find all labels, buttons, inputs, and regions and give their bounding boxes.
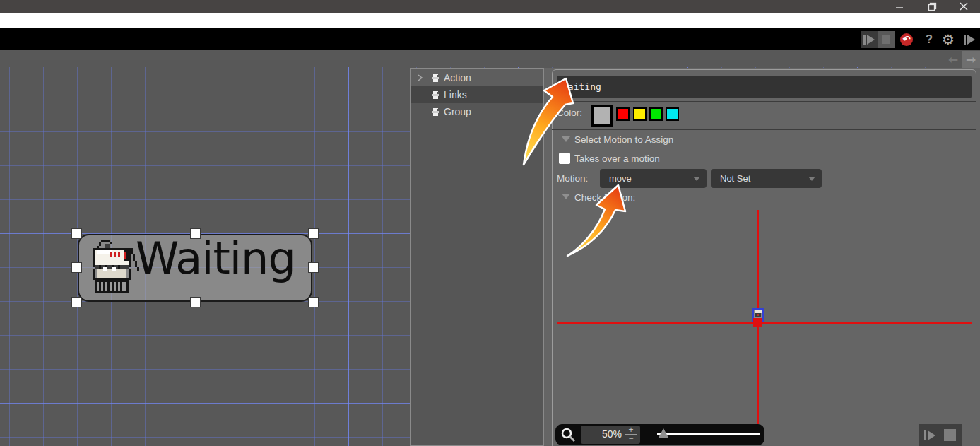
preview-origin-marker	[753, 318, 762, 327]
zoom-value: 50%	[602, 428, 622, 440]
settings-button[interactable]: ⚙	[940, 31, 957, 48]
node-icon	[432, 107, 441, 117]
tree-item-group[interactable]: Group	[411, 103, 543, 120]
color-swatch-yellow[interactable]	[633, 107, 647, 121]
restore-button[interactable]	[924, 1, 940, 11]
step-triangle-icon	[967, 35, 975, 45]
help-icon: ?	[926, 33, 933, 47]
motion-label: Motion:	[557, 173, 588, 184]
minimize-button[interactable]	[892, 1, 907, 11]
collapse-triangle-icon[interactable]	[562, 136, 570, 142]
node-label: Waiting	[136, 233, 295, 284]
tree-item-label: Group	[444, 106, 471, 117]
selection-handle-n[interactable]	[190, 228, 201, 239]
canvas-top-margin	[0, 50, 980, 67]
zoom-slider-track[interactable]	[657, 433, 760, 435]
app-window: ↶ ? ⚙ ⬅ ➡	[0, 0, 980, 446]
play-triangle-icon	[867, 35, 875, 45]
check-motion-header: Check Motion:	[574, 192, 635, 203]
color-swatch-green[interactable]	[649, 107, 663, 121]
selection-handle-s[interactable]	[190, 297, 201, 307]
preview-play-bar-icon[interactable]	[924, 430, 926, 440]
play-button[interactable]	[861, 31, 878, 48]
zoom-value-field[interactable]: 50% + −	[581, 426, 640, 444]
color-label: Color:	[557, 107, 582, 118]
color-swatch-cyan[interactable]	[666, 107, 679, 121]
crosshair-horizontal-line	[557, 322, 972, 324]
preview-play-icon[interactable]	[928, 430, 935, 440]
target-dropdown[interactable]: Not Set	[711, 169, 822, 188]
selection-handle-e[interactable]	[308, 262, 319, 273]
motion-dropdown[interactable]: move	[600, 169, 707, 188]
color-swatch-red[interactable]	[616, 107, 630, 121]
preview-playback-bar	[919, 424, 962, 446]
node-icon	[432, 74, 441, 83]
nav-back-button[interactable]: ⬅	[945, 52, 962, 69]
title-bar	[0, 0, 980, 13]
target-dropdown-value: Not Set	[720, 173, 750, 184]
step-forward-button[interactable]	[961, 31, 978, 48]
separator	[552, 129, 976, 130]
color-swatch-gray-selected[interactable]	[591, 105, 613, 127]
selection-handle-se[interactable]	[308, 297, 319, 307]
tree-item-action[interactable]: Action	[411, 69, 543, 86]
select-motion-header: Select Motion to Assign	[574, 134, 673, 145]
tree-item-links[interactable]: Links	[411, 86, 543, 103]
magnifier-icon	[561, 428, 577, 442]
collapse-triangle-icon[interactable]	[562, 194, 570, 199]
node-icon	[432, 90, 441, 100]
tree-panel: Action Links Group	[410, 68, 544, 446]
state-name-input[interactable]: Waiting	[557, 76, 972, 98]
step-bar-icon	[964, 35, 966, 45]
restore-icon	[928, 2, 937, 11]
selection-handle-sw[interactable]	[71, 297, 82, 307]
stop-icon	[882, 35, 890, 44]
inspector-panel: Waiting Color: Select Motion to Assign T…	[544, 68, 980, 446]
zoom-control: 50% + −	[555, 424, 764, 445]
nav-forward-button[interactable]: ➡	[962, 51, 980, 69]
chevron-down-icon	[808, 177, 815, 181]
chevron-right-icon	[417, 74, 423, 81]
preview-stop-icon[interactable]	[944, 429, 956, 441]
takes-over-checkbox[interactable]	[559, 153, 570, 164]
tree-item-label: Links	[444, 89, 467, 100]
node-sprite	[86, 240, 141, 295]
back-arrow-icon: ⬅	[948, 53, 958, 66]
close-button[interactable]	[956, 1, 972, 11]
main-toolbar: ↶ ? ⚙	[0, 28, 980, 50]
chevron-down-icon	[693, 177, 700, 181]
selection-handle-w[interactable]	[71, 262, 82, 273]
close-icon	[960, 2, 968, 11]
play-step-icon	[863, 35, 866, 45]
tree-item-label: Action	[444, 72, 471, 83]
gear-icon: ⚙	[942, 31, 955, 48]
zoom-slider-thumb[interactable]	[659, 428, 668, 438]
help-button[interactable]: ?	[921, 31, 938, 48]
forward-arrow-icon: ➡	[966, 53, 976, 66]
motion-dropdown-value: move	[609, 173, 632, 184]
takes-over-label: Takes over a motion	[574, 153, 660, 164]
selection-handle-ne[interactable]	[308, 228, 319, 239]
minimize-icon	[895, 2, 904, 11]
stop-button[interactable]	[878, 31, 895, 48]
record-reset-button[interactable]: ↶	[900, 33, 913, 46]
undo-arrow-icon: ↶	[903, 34, 911, 45]
menu-strip	[0, 13, 980, 28]
inspector-groupbox	[552, 69, 976, 446]
zoom-minus-button[interactable]: −	[625, 435, 637, 442]
selection-handle-nw[interactable]	[71, 228, 82, 239]
separator	[552, 101, 976, 102]
